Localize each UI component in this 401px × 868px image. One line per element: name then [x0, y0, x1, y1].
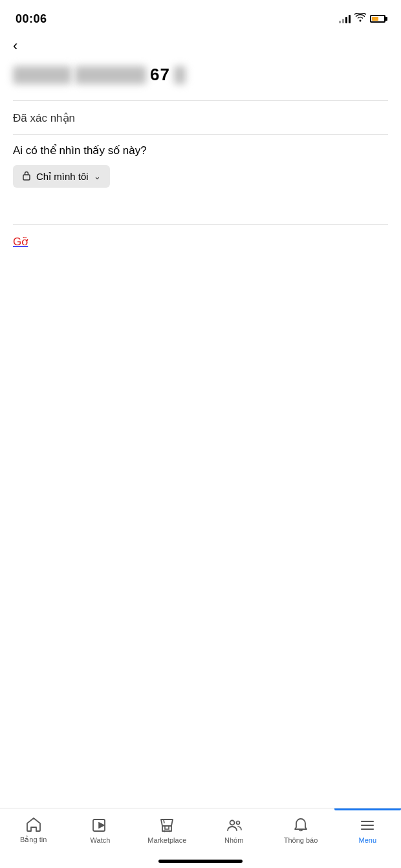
remove-link[interactable]: Gỡ	[0, 225, 401, 259]
home-icon	[25, 816, 42, 833]
tab-watch-label: Watch	[91, 836, 111, 844]
tab-home-label: Bảng tin	[20, 836, 47, 844]
phone-number-display: 67	[13, 65, 388, 85]
watch-icon	[92, 817, 109, 834]
tab-home[interactable]: Bảng tin	[0, 814, 67, 844]
tab-marketplace[interactable]: Marketplace	[134, 814, 200, 844]
back-button-row: ‹	[0, 32, 401, 58]
privacy-label: Chỉ mình tôi	[36, 171, 89, 183]
phone-blur-1	[13, 66, 71, 84]
remove-text: Gỡ	[13, 236, 28, 248]
phone-blur-2	[75, 66, 146, 84]
privacy-dropdown[interactable]: Chỉ mình tôi ⌄	[13, 165, 110, 188]
home-indicator	[158, 860, 243, 863]
tab-bar: Bảng tin Watch Marketplace Nhóm	[0, 808, 401, 857]
marketplace-icon	[158, 817, 175, 834]
svg-rect-0	[23, 175, 30, 180]
tab-notifications-label: Thông báo	[284, 836, 318, 844]
svg-point-6	[236, 821, 239, 825]
svg-point-4	[169, 830, 170, 832]
menu-icon	[359, 817, 376, 834]
tab-notifications[interactable]: Thông báo	[267, 814, 334, 844]
status-time: 00:06	[16, 12, 47, 26]
battery-icon	[370, 15, 385, 23]
who-can-see-label: Ai có thể nhìn thấy số này?	[13, 144, 388, 157]
phone-section: 67	[0, 58, 401, 100]
wifi-icon	[354, 13, 366, 25]
svg-point-3	[164, 830, 166, 832]
tab-active-line	[334, 808, 401, 810]
tab-menu-label: Menu	[359, 836, 377, 844]
svg-marker-2	[99, 823, 104, 828]
groups-icon	[226, 817, 243, 834]
tab-watch[interactable]: Watch	[67, 814, 133, 844]
notifications-icon	[292, 817, 309, 834]
phone-blur-3	[174, 66, 186, 84]
status-icons	[339, 13, 385, 25]
tab-marketplace-label: Marketplace	[147, 836, 186, 844]
verified-text: Đã xác nhận	[13, 112, 75, 124]
main-content: ‹ 67 Đã xác nhận Ai có thể nhìn thấy số …	[0, 32, 401, 808]
phone-visible: 67	[150, 65, 170, 85]
tab-menu[interactable]: Menu	[334, 814, 401, 844]
status-bar: 00:06	[0, 0, 401, 32]
who-can-see-section: Ai có thể nhìn thấy số này? Chỉ mình tôi…	[0, 135, 401, 198]
back-button[interactable]: ‹	[13, 39, 17, 53]
spacer	[0, 259, 401, 808]
remove-section: Gỡ	[0, 224, 401, 259]
lock-icon	[22, 170, 31, 183]
tab-groups[interactable]: Nhóm	[200, 814, 267, 844]
signal-icon	[339, 14, 351, 23]
tab-groups-label: Nhóm	[224, 836, 243, 844]
chevron-down-icon: ⌄	[94, 172, 101, 181]
svg-point-5	[230, 821, 234, 825]
verified-section: Đã xác nhận	[0, 101, 401, 134]
